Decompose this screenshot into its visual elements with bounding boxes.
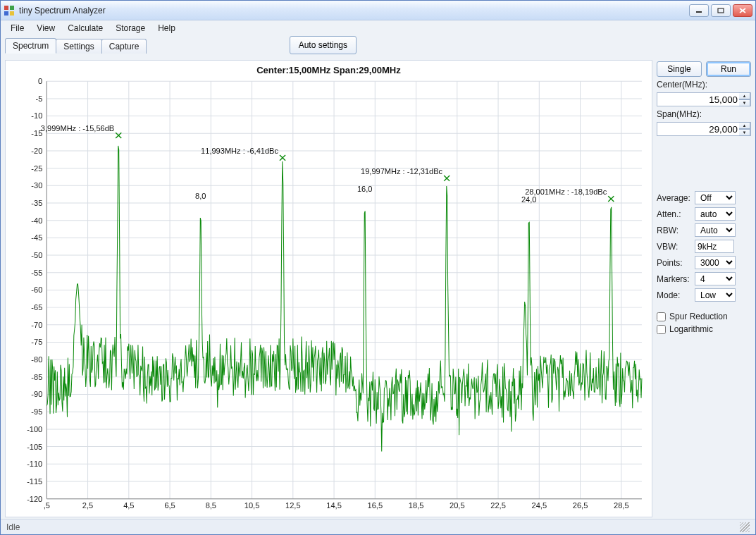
menu-calculate[interactable]: Calculate [62, 22, 109, 35]
spectrum-plot[interactable]: Center:15,00MHz Span:29,00MHz0-5-10-15-2… [5, 60, 652, 517]
menu-view[interactable]: View [31, 22, 61, 35]
auto-settings-button[interactable]: Auto settings [290, 36, 357, 54]
spur-checkbox-row[interactable]: Spur Reduction [657, 312, 751, 321]
status-text: Idle [6, 522, 20, 532]
markers-label: Markers: [657, 274, 692, 284]
vbw-input[interactable] [695, 240, 734, 253]
menu-file[interactable]: File [5, 22, 30, 35]
app-icon [4, 5, 15, 16]
svg-text:-5: -5 [35, 94, 42, 103]
svg-text:-20: -20 [31, 147, 42, 155]
svg-text:12,5: 12,5 [285, 501, 301, 510]
svg-text:-10: -10 [31, 112, 42, 121]
center-down[interactable]: ▼ [739, 99, 750, 106]
svg-text:8,5: 8,5 [206, 501, 216, 510]
svg-text:28,001MHz : -18,19dBc: 28,001MHz : -18,19dBc [525, 187, 607, 196]
svg-text:-35: -35 [31, 199, 42, 207]
svg-text:18,5: 18,5 [409, 501, 424, 510]
rbw-label: RBW: [657, 226, 692, 235]
tab-spectrum[interactable]: Spectrum [5, 38, 56, 54]
svg-text:,5: ,5 [44, 501, 50, 510]
span-down[interactable]: ▼ [739, 129, 750, 136]
window-title: tiny Spectrum Analyzer [19, 6, 689, 16]
average-select[interactable]: Off [695, 191, 736, 204]
svg-text:8,0: 8,0 [195, 192, 206, 200]
center-up[interactable]: ▲ [739, 92, 750, 99]
spur-checkbox[interactable] [657, 312, 666, 321]
svg-text:26,5: 26,5 [573, 501, 588, 510]
center-label: Center(MHz): [657, 80, 751, 90]
atten-select[interactable]: auto [695, 207, 736, 221]
tab-settings[interactable]: Settings [56, 39, 101, 54]
tab-capture[interactable]: Capture [101, 39, 147, 54]
tabstrip: Spectrum Settings Capture [5, 37, 146, 54]
svg-text:-50: -50 [31, 251, 42, 259]
log-checkbox-row[interactable]: Logarithmic [657, 324, 751, 334]
maximize-button[interactable] [711, 4, 731, 17]
log-checkbox[interactable] [657, 325, 666, 334]
svg-text:10,5: 10,5 [244, 501, 260, 510]
mode-select[interactable]: Low [695, 288, 736, 302]
run-button[interactable]: Run [706, 61, 751, 77]
svg-rect-1 [10, 6, 14, 10]
svg-text:-115: -115 [27, 477, 42, 486]
svg-text:20,5: 20,5 [450, 501, 465, 510]
svg-text:14,5: 14,5 [326, 501, 342, 510]
span-input[interactable] [657, 122, 751, 136]
svg-text:-45: -45 [31, 233, 42, 242]
markers-select[interactable]: 4 [695, 272, 736, 285]
svg-text:22,5: 22,5 [490, 501, 506, 510]
titlebar[interactable]: tiny Spectrum Analyzer [1, 1, 755, 20]
menu-help[interactable]: Help [152, 22, 181, 35]
svg-text:24,5: 24,5 [532, 501, 547, 510]
mode-label: Mode: [657, 290, 692, 300]
svg-text:-80: -80 [31, 355, 42, 364]
average-label: Average: [657, 193, 692, 203]
svg-text:-65: -65 [31, 303, 42, 312]
svg-text:0: 0 [38, 77, 42, 85]
svg-text:24,0: 24,0 [521, 195, 537, 204]
atten-label: Atten.: [657, 209, 692, 219]
statusbar: Idle [1, 519, 755, 534]
svg-text:11,993MHz : -6,41dBc: 11,993MHz : -6,41dBc [201, 147, 278, 155]
svg-rect-5 [718, 8, 724, 13]
menubar: File View Calculate Storage Help [1, 20, 755, 36]
svg-text:16,5: 16,5 [368, 501, 383, 510]
svg-text:19,997MHz : -12,31dBc: 19,997MHz : -12,31dBc [361, 167, 443, 176]
svg-text:6,5: 6,5 [164, 501, 175, 510]
minimize-button[interactable] [689, 4, 709, 17]
svg-text:-75: -75 [31, 338, 42, 347]
vbw-label: VBW: [657, 242, 692, 252]
svg-text:4,5: 4,5 [123, 501, 134, 510]
svg-text:3,999MHz : -15,56dB: 3,999MHz : -15,56dB [41, 124, 114, 133]
svg-text:-30: -30 [31, 181, 42, 190]
svg-text:-85: -85 [31, 373, 42, 381]
svg-text:Center:15,00MHz Span:29,00MHz: Center:15,00MHz Span:29,00MHz [256, 65, 401, 75]
center-input[interactable] [657, 92, 751, 106]
svg-text:-110: -110 [27, 460, 42, 468]
svg-text:2,5: 2,5 [82, 501, 93, 510]
svg-text:-100: -100 [27, 425, 42, 433]
span-label: Span(MHz): [657, 109, 751, 119]
svg-text:-95: -95 [31, 407, 42, 416]
resize-grip-icon[interactable] [740, 522, 750, 532]
svg-rect-3 [10, 11, 14, 16]
svg-text:-40: -40 [31, 216, 42, 225]
side-panel: Single Run Center(MHz): ▲▼ Span(MHz): ▲▼… [657, 60, 751, 517]
svg-text:-105: -105 [27, 443, 42, 451]
single-button[interactable]: Single [657, 61, 702, 77]
points-select[interactable]: 3000 [695, 256, 736, 269]
svg-text:-55: -55 [31, 269, 42, 277]
svg-rect-2 [4, 11, 8, 16]
span-up[interactable]: ▲ [739, 122, 750, 129]
app-window: tiny Spectrum Analyzer File View Calcula… [0, 0, 756, 535]
svg-text:28,5: 28,5 [614, 501, 629, 510]
svg-text:-120: -120 [27, 495, 42, 503]
menu-storage[interactable]: Storage [110, 22, 151, 35]
svg-text:-90: -90 [31, 391, 42, 399]
points-label: Points: [657, 258, 692, 268]
svg-text:-25: -25 [31, 164, 42, 173]
close-button[interactable] [733, 4, 752, 17]
rbw-select[interactable]: Auto [695, 223, 736, 237]
svg-text:16,0: 16,0 [357, 185, 373, 193]
